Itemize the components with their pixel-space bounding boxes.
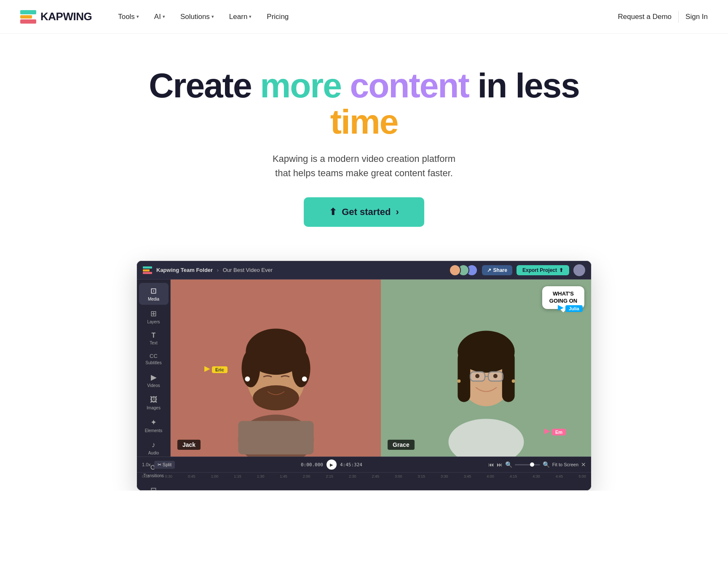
navbar: KAPWING Tools ▾ AI ▾ Solutions ▾ Learn ▾… <box>0 0 728 34</box>
logo-link[interactable]: KAPWING <box>20 10 92 24</box>
export-icon: ⬆ <box>559 267 563 273</box>
zoom-out-button[interactable]: 🔍 <box>543 461 550 468</box>
avatar-group <box>449 264 478 276</box>
sidebar-item-subtitles[interactable]: CC Subtitles <box>139 349 169 368</box>
svg-rect-5 <box>143 272 152 274</box>
sidebar-item-layers[interactable]: ⊞ Layers <box>139 306 169 328</box>
text-icon: T <box>152 332 156 339</box>
layers-icon: ⊞ <box>150 309 157 318</box>
svg-rect-14 <box>238 421 313 455</box>
nav-actions: Request a Demo Sign In <box>618 11 708 23</box>
svg-rect-0 <box>20 10 36 14</box>
time-current: 0:00.000 <box>301 462 323 468</box>
elements-icon: ✦ <box>150 418 157 427</box>
sidebar-item-templates[interactable]: ⊟ Templates <box>139 482 169 491</box>
ruler-marks: 0:15 0:30 0:45 1:00 1:15 1:30 1:45 2:00 … <box>142 474 586 478</box>
skip-back-button[interactable]: ⏮ <box>488 461 494 468</box>
zoom-level: 1.0x <box>142 462 151 467</box>
upload-icon: ⬆ <box>329 207 337 218</box>
get-started-button[interactable]: ⬆ Get started › <box>304 197 424 227</box>
svg-point-12 <box>245 376 250 382</box>
cursor-eric: ▶ Eric <box>204 364 228 373</box>
chevron-down-icon: ▾ <box>163 14 165 19</box>
svg-point-10 <box>292 350 310 388</box>
share-icon: ↗ <box>487 267 491 273</box>
sidebar-item-images[interactable]: 🖼 Images <box>139 392 169 414</box>
chevron-down-icon: ▾ <box>136 14 139 19</box>
share-button[interactable]: ↗ Share <box>482 265 512 275</box>
videos-icon: ▶ <box>151 373 157 382</box>
svg-rect-4 <box>143 269 150 271</box>
svg-rect-3 <box>143 266 152 269</box>
fit-to-screen-button[interactable]: Fit to Screen <box>552 462 578 467</box>
subtitles-icon: CC <box>150 353 158 359</box>
sidebar-item-text[interactable]: T Text <box>139 328 169 349</box>
timeline-ruler: 0:15 0:30 0:45 1:00 1:15 1:30 1:45 2:00 … <box>137 473 591 480</box>
cursor-em: ▶ Em <box>544 426 566 435</box>
topbar-right: ↗ Share Export Project ⬆ <box>449 264 585 276</box>
editor-body: ⊡ Media ⊞ Layers T Text CC Subtitles ▶ V… <box>137 279 591 457</box>
chevron-down-icon: ▾ <box>249 14 252 19</box>
svg-point-24 <box>493 374 497 378</box>
name-badge-left: Jack <box>177 440 201 450</box>
arrow-icon: › <box>396 207 399 218</box>
topbar-left: Kapwing Team Folder › Our Best Video Eve… <box>143 266 273 274</box>
svg-point-11 <box>253 385 299 411</box>
nav-links: Tools ▾ AI ▾ Solutions ▾ Learn ▾ Pricing <box>112 9 618 24</box>
cursor-julia: ▶ Julia <box>558 303 583 312</box>
editor-topbar: Kapwing Team Folder › Our Best Video Eve… <box>137 261 591 279</box>
nav-divider <box>678 11 679 23</box>
nav-pricing[interactable]: Pricing <box>261 9 294 24</box>
images-icon: 🖼 <box>150 395 158 404</box>
hero-headline: Create more content in less time <box>128 67 600 140</box>
svg-rect-18 <box>458 352 470 402</box>
audio-icon: ♪ <box>152 441 155 449</box>
sidebar-item-videos[interactable]: ▶ Videos <box>139 369 169 391</box>
zoom-in-button[interactable]: 🔍 <box>505 461 512 468</box>
video-panel-right: WHAT'S GOING ON Grace ▶ Julia ▶ Em <box>381 279 591 457</box>
editor-bottom: 1.0x ✂ Split 0:00.000 ▶ 4:45:324 ⏮ ⏭ 🔍 🔍 <box>137 457 591 490</box>
editor-canvas: Jack ▶ Eric <box>171 279 591 457</box>
skip-forward-button[interactable]: ⏭ <box>497 461 503 468</box>
svg-point-9 <box>241 350 260 388</box>
nav-solutions[interactable]: Solutions ▾ <box>174 9 220 24</box>
hero-subtitle: Kapwing is a modern video creation platf… <box>128 152 600 180</box>
sidebar-item-elements[interactable]: ✦ Elements <box>139 414 169 436</box>
sidebar-item-audio[interactable]: ♪ Audio <box>139 437 169 459</box>
timeline-controls: 1.0x ✂ Split 0:00.000 ▶ 4:45:324 ⏮ ⏭ 🔍 🔍 <box>137 457 591 473</box>
nav-ai[interactable]: AI ▾ <box>148 9 171 24</box>
close-timeline-button[interactable]: ✕ <box>581 461 586 468</box>
time-total: 4:45:324 <box>340 462 362 468</box>
svg-point-15 <box>448 419 524 457</box>
breadcrumb: Kapwing Team Folder › Our Best Video Eve… <box>156 267 273 273</box>
svg-point-13 <box>302 376 307 382</box>
sign-in-button[interactable]: Sign In <box>685 13 708 21</box>
avatar-1 <box>449 264 461 276</box>
zoom-control <box>515 464 540 465</box>
svg-rect-19 <box>502 352 514 402</box>
svg-rect-2 <box>20 19 36 24</box>
sidebar-item-media[interactable]: ⊡ Media <box>139 283 169 305</box>
user-thumbnail <box>573 264 585 276</box>
request-demo-button[interactable]: Request a Demo <box>618 13 672 21</box>
editor-preview: Kapwing Team Folder › Our Best Video Eve… <box>136 261 592 491</box>
media-icon: ⊡ <box>150 286 157 296</box>
hero-section: Create more content in less time Kapwing… <box>111 34 617 244</box>
name-badge-right: Grace <box>388 440 415 450</box>
play-button[interactable]: ▶ <box>327 460 337 470</box>
export-button[interactable]: Export Project ⬆ <box>517 265 569 275</box>
video-panel-left: Jack ▶ Eric <box>171 279 381 457</box>
svg-rect-1 <box>20 15 32 19</box>
svg-point-26 <box>511 379 515 383</box>
zoom-slider-thumb <box>530 462 534 467</box>
zoom-slider[interactable] <box>515 464 540 465</box>
nav-learn[interactable]: Learn ▾ <box>223 9 257 24</box>
timeline-tools: ⏮ ⏭ 🔍 🔍 Fit to Screen ✕ <box>488 461 586 468</box>
logo-text: KAPWING <box>40 10 92 23</box>
split-button[interactable]: ✂ Split <box>154 461 175 469</box>
svg-point-25 <box>457 379 460 383</box>
chevron-down-icon: ▾ <box>211 14 214 19</box>
svg-point-23 <box>475 374 479 378</box>
nav-tools[interactable]: Tools ▾ <box>112 9 145 24</box>
templates-icon: ⊟ <box>150 486 157 491</box>
